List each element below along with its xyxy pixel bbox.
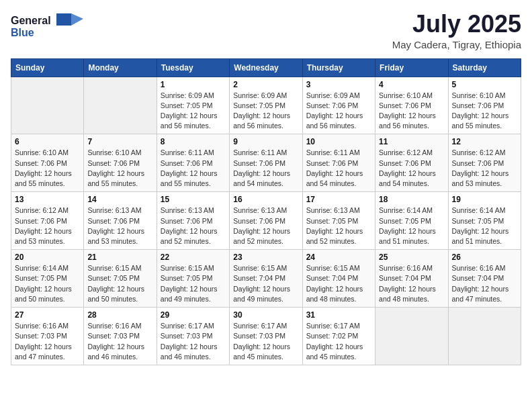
logo: General Blue bbox=[11, 11, 85, 46]
page-header: General Blue July 2025 May Cadera, Tigra… bbox=[11, 11, 521, 50]
day-number: 23 bbox=[233, 253, 298, 262]
day-detail: Sunrise: 6:10 AM Sunset: 7:06 PM Dayligh… bbox=[15, 148, 80, 189]
day-number: 27 bbox=[15, 310, 80, 320]
day-detail: Sunrise: 6:13 AM Sunset: 7:06 PM Dayligh… bbox=[87, 205, 152, 246]
day-detail: Sunrise: 6:14 AM Sunset: 7:05 PM Dayligh… bbox=[15, 263, 80, 304]
calendar-body: 1Sunrise: 6:09 AM Sunset: 7:05 PM Daylig… bbox=[11, 77, 521, 365]
day-detail: Sunrise: 6:11 AM Sunset: 7:06 PM Dayligh… bbox=[161, 148, 226, 189]
svg-text:Blue: Blue bbox=[11, 27, 34, 38]
day-number: 5 bbox=[452, 80, 517, 89]
day-number: 28 bbox=[87, 310, 152, 320]
day-number: 10 bbox=[306, 137, 371, 146]
day-cell bbox=[448, 308, 521, 365]
day-cell: 2Sunrise: 6:09 AM Sunset: 7:05 PM Daylig… bbox=[230, 77, 302, 134]
day-detail: Sunrise: 6:16 AM Sunset: 7:03 PM Dayligh… bbox=[87, 321, 152, 362]
day-cell: 27Sunrise: 6:16 AM Sunset: 7:03 PM Dayli… bbox=[11, 308, 84, 365]
day-detail: Sunrise: 6:09 AM Sunset: 7:05 PM Dayligh… bbox=[161, 91, 226, 132]
day-cell bbox=[11, 77, 84, 134]
day-detail: Sunrise: 6:12 AM Sunset: 7:06 PM Dayligh… bbox=[452, 148, 517, 189]
day-number: 21 bbox=[87, 253, 152, 262]
day-cell: 31Sunrise: 6:17 AM Sunset: 7:02 PM Dayli… bbox=[302, 308, 375, 365]
week-row-2: 6Sunrise: 6:10 AM Sunset: 7:06 PM Daylig… bbox=[11, 134, 521, 192]
day-cell: 11Sunrise: 6:12 AM Sunset: 7:06 PM Dayli… bbox=[375, 134, 448, 192]
day-cell: 29Sunrise: 6:17 AM Sunset: 7:03 PM Dayli… bbox=[157, 308, 229, 365]
day-number: 25 bbox=[379, 253, 444, 262]
day-number: 8 bbox=[161, 137, 226, 146]
day-number: 3 bbox=[306, 80, 371, 89]
day-cell: 15Sunrise: 6:13 AM Sunset: 7:06 PM Dayli… bbox=[157, 192, 229, 250]
day-detail: Sunrise: 6:09 AM Sunset: 7:05 PM Dayligh… bbox=[233, 91, 298, 132]
day-number: 12 bbox=[452, 137, 517, 146]
day-detail: Sunrise: 6:16 AM Sunset: 7:04 PM Dayligh… bbox=[379, 263, 444, 304]
day-detail: Sunrise: 6:10 AM Sunset: 7:06 PM Dayligh… bbox=[87, 148, 152, 189]
day-number: 14 bbox=[87, 195, 152, 204]
header-cell-tuesday: Tuesday bbox=[157, 58, 229, 77]
day-detail: Sunrise: 6:09 AM Sunset: 7:06 PM Dayligh… bbox=[306, 91, 371, 132]
day-detail: Sunrise: 6:17 AM Sunset: 7:03 PM Dayligh… bbox=[233, 321, 298, 362]
day-detail: Sunrise: 6:12 AM Sunset: 7:06 PM Dayligh… bbox=[379, 148, 444, 189]
day-number: 24 bbox=[306, 253, 371, 262]
day-cell: 28Sunrise: 6:16 AM Sunset: 7:03 PM Dayli… bbox=[84, 308, 157, 365]
day-detail: Sunrise: 6:10 AM Sunset: 7:06 PM Dayligh… bbox=[379, 91, 444, 132]
day-detail: Sunrise: 6:16 AM Sunset: 7:04 PM Dayligh… bbox=[452, 263, 517, 304]
day-cell: 26Sunrise: 6:16 AM Sunset: 7:04 PM Dayli… bbox=[448, 250, 521, 308]
week-row-4: 20Sunrise: 6:14 AM Sunset: 7:05 PM Dayli… bbox=[11, 250, 521, 308]
week-row-1: 1Sunrise: 6:09 AM Sunset: 7:05 PM Daylig… bbox=[11, 77, 521, 134]
day-cell: 10Sunrise: 6:11 AM Sunset: 7:06 PM Dayli… bbox=[302, 134, 375, 192]
day-number: 2 bbox=[233, 80, 298, 89]
day-number: 13 bbox=[15, 195, 80, 204]
day-detail: Sunrise: 6:14 AM Sunset: 7:05 PM Dayligh… bbox=[379, 205, 444, 246]
day-cell: 6Sunrise: 6:10 AM Sunset: 7:06 PM Daylig… bbox=[11, 134, 84, 192]
header-cell-monday: Monday bbox=[84, 58, 157, 77]
week-row-5: 27Sunrise: 6:16 AM Sunset: 7:03 PM Dayli… bbox=[11, 308, 521, 365]
logo-block: General Blue bbox=[11, 11, 85, 46]
title-block: July 2025 May Cadera, Tigray, Ethiopia bbox=[392, 11, 521, 50]
day-detail: Sunrise: 6:14 AM Sunset: 7:05 PM Dayligh… bbox=[452, 205, 517, 246]
day-detail: Sunrise: 6:13 AM Sunset: 7:06 PM Dayligh… bbox=[233, 205, 298, 246]
day-detail: Sunrise: 6:15 AM Sunset: 7:04 PM Dayligh… bbox=[233, 263, 298, 304]
day-detail: Sunrise: 6:17 AM Sunset: 7:03 PM Dayligh… bbox=[161, 321, 226, 362]
svg-marker-1 bbox=[56, 13, 71, 26]
month-title: July 2025 bbox=[392, 11, 521, 38]
calendar-header: SundayMondayTuesdayWednesdayThursdayFrid… bbox=[11, 58, 521, 77]
day-cell: 25Sunrise: 6:16 AM Sunset: 7:04 PM Dayli… bbox=[375, 250, 448, 308]
header-cell-sunday: Sunday bbox=[11, 58, 84, 77]
day-detail: Sunrise: 6:15 AM Sunset: 7:04 PM Dayligh… bbox=[306, 263, 371, 304]
header-cell-wednesday: Wednesday bbox=[230, 58, 302, 77]
day-number: 9 bbox=[233, 137, 298, 146]
day-cell: 13Sunrise: 6:12 AM Sunset: 7:06 PM Dayli… bbox=[11, 192, 84, 250]
logo-svg: General Blue bbox=[11, 11, 85, 43]
day-cell: 16Sunrise: 6:13 AM Sunset: 7:06 PM Dayli… bbox=[230, 192, 302, 250]
day-cell: 24Sunrise: 6:15 AM Sunset: 7:04 PM Dayli… bbox=[302, 250, 375, 308]
header-row: SundayMondayTuesdayWednesdayThursdayFrid… bbox=[11, 58, 521, 77]
location-title: May Cadera, Tigray, Ethiopia bbox=[392, 39, 521, 50]
day-cell: 30Sunrise: 6:17 AM Sunset: 7:03 PM Dayli… bbox=[230, 308, 302, 365]
day-cell: 8Sunrise: 6:11 AM Sunset: 7:06 PM Daylig… bbox=[157, 134, 229, 192]
day-detail: Sunrise: 6:13 AM Sunset: 7:06 PM Dayligh… bbox=[161, 205, 226, 246]
day-cell bbox=[375, 308, 448, 365]
day-number: 26 bbox=[452, 253, 517, 262]
day-number: 17 bbox=[306, 195, 371, 204]
day-cell: 21Sunrise: 6:15 AM Sunset: 7:05 PM Dayli… bbox=[84, 250, 157, 308]
header-cell-saturday: Saturday bbox=[448, 58, 521, 77]
day-detail: Sunrise: 6:17 AM Sunset: 7:02 PM Dayligh… bbox=[306, 321, 371, 362]
day-number: 22 bbox=[161, 253, 226, 262]
day-cell: 22Sunrise: 6:15 AM Sunset: 7:05 PM Dayli… bbox=[157, 250, 229, 308]
day-cell: 3Sunrise: 6:09 AM Sunset: 7:06 PM Daylig… bbox=[302, 77, 375, 134]
day-detail: Sunrise: 6:12 AM Sunset: 7:06 PM Dayligh… bbox=[15, 205, 80, 246]
day-number: 16 bbox=[233, 195, 298, 204]
day-number: 30 bbox=[233, 310, 298, 320]
day-detail: Sunrise: 6:13 AM Sunset: 7:05 PM Dayligh… bbox=[306, 205, 371, 246]
day-cell: 5Sunrise: 6:10 AM Sunset: 7:06 PM Daylig… bbox=[448, 77, 521, 134]
header-cell-friday: Friday bbox=[375, 58, 448, 77]
day-number: 1 bbox=[161, 80, 226, 89]
day-cell: 23Sunrise: 6:15 AM Sunset: 7:04 PM Dayli… bbox=[230, 250, 302, 308]
week-row-3: 13Sunrise: 6:12 AM Sunset: 7:06 PM Dayli… bbox=[11, 192, 521, 250]
day-detail: Sunrise: 6:15 AM Sunset: 7:05 PM Dayligh… bbox=[161, 263, 226, 304]
day-number: 6 bbox=[15, 137, 80, 146]
header-cell-thursday: Thursday bbox=[302, 58, 375, 77]
day-number: 15 bbox=[161, 195, 226, 204]
day-cell: 1Sunrise: 6:09 AM Sunset: 7:05 PM Daylig… bbox=[157, 77, 229, 134]
calendar-table: SundayMondayTuesdayWednesdayThursdayFrid… bbox=[11, 58, 521, 365]
day-detail: Sunrise: 6:11 AM Sunset: 7:06 PM Dayligh… bbox=[233, 148, 298, 189]
